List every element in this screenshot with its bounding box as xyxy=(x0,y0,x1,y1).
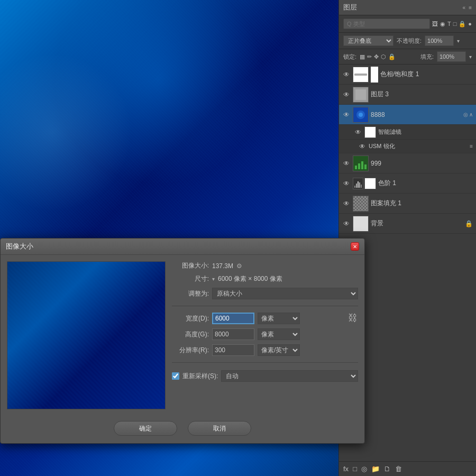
height-label: 高度(G): xyxy=(172,330,209,339)
expand-badge[interactable]: ∧ xyxy=(469,112,473,117)
panel-menu-icon[interactable]: ≡ xyxy=(469,5,472,11)
eye-icon-levels[interactable]: 👁 xyxy=(342,179,351,188)
width-unit-select[interactable]: 像素 xyxy=(258,313,300,324)
dialog-titlebar: 图像大小 ✕ xyxy=(1,239,364,255)
form-row-size: 图像大小: 137.3M ⚙ xyxy=(172,261,358,270)
width-input[interactable] xyxy=(212,313,254,324)
eye-icon-smart-filter[interactable]: 👁 xyxy=(354,128,362,136)
form-row-resize: 调整为: 原稿大小 xyxy=(172,288,358,299)
search-text-icon[interactable]: T xyxy=(447,21,451,27)
layer-item-999[interactable]: 👁 999 xyxy=(339,153,476,173)
filter-options-icon[interactable]: ≡ xyxy=(470,143,473,149)
resolution-input[interactable] xyxy=(212,344,254,356)
svg-rect-1 xyxy=(354,74,367,76)
confirm-button[interactable]: 确定 xyxy=(114,421,177,436)
eye-icon-bg[interactable]: 👁 xyxy=(342,219,351,228)
mask-button[interactable]: ◎ xyxy=(361,465,367,473)
dialog-overlay: 图像大小 ✕ 图像大小: 137.3M ⚙ 尺寸: ▾ 6000 像素 × 80… xyxy=(0,238,368,460)
lock-brush-icon[interactable]: ✏ xyxy=(367,53,372,60)
search-bar: 🖼 ◉ T □ 🔒 ● xyxy=(339,15,476,33)
dialog-title: 图像大小 xyxy=(6,242,33,251)
resolution-unit-select[interactable]: 像素/英寸 xyxy=(258,344,300,356)
filter-name-usm: USM 锐化 xyxy=(369,142,468,150)
layer-item-8888[interactable]: 👁 8888 ◎ ∧ xyxy=(339,105,476,125)
eye-icon-hue[interactable]: 👁 xyxy=(342,70,351,79)
cancel-button[interactable]: 取消 xyxy=(188,421,251,436)
size-label: 图像大小: xyxy=(172,261,209,270)
panel-footer: fx □ ◎ 📁 🗋 🗑 xyxy=(339,461,476,476)
delete-layer-button[interactable]: 🗑 xyxy=(395,465,402,473)
svg-rect-16 xyxy=(359,182,360,188)
height-input[interactable] xyxy=(212,328,254,340)
resample-checkbox[interactable] xyxy=(172,372,179,380)
resolution-label: 分辨率(R): xyxy=(172,346,209,355)
bg-lock-icon: 🔒 xyxy=(465,220,473,227)
dimension-value: 6000 像素 × 8000 像素 xyxy=(218,274,282,283)
lock-artboard-icon[interactable]: ⬡ xyxy=(381,53,386,60)
layer-name-bg: 背景 xyxy=(371,219,463,228)
dialog-footer: 确定 取消 xyxy=(1,416,364,443)
svg-rect-15 xyxy=(358,181,359,188)
search-circle-icon[interactable]: ◉ xyxy=(440,21,445,28)
layer-thumb-levels-hist xyxy=(353,178,363,189)
layer-thumb-pattern xyxy=(353,196,369,212)
height-unit-select[interactable]: 像素 xyxy=(258,328,300,340)
size-value: 137.3M xyxy=(212,262,233,270)
form-divider-2 xyxy=(172,362,358,363)
dialog-close-button[interactable]: ✕ xyxy=(351,242,359,251)
svg-rect-11 xyxy=(364,164,367,169)
dimension-dropdown-icon[interactable]: ▾ xyxy=(212,276,215,282)
form-divider xyxy=(172,306,358,306)
smart-filter-group: 👁 智能滤镜 👁 USM 锐化 ≡ xyxy=(339,125,476,153)
opacity-arrow-icon[interactable]: ▾ xyxy=(457,38,460,44)
lock-checkerboard-icon[interactable]: ▦ xyxy=(360,53,365,60)
form-row-height: 高度(G): 像素 xyxy=(172,328,347,340)
resample-label: 重新采样(S): xyxy=(182,372,218,381)
resample-row: 重新采样(S): 自动 xyxy=(172,369,358,383)
layer-thumb-bg xyxy=(353,216,369,232)
layer-item-bg[interactable]: 👁 背景 🔒 xyxy=(339,214,476,234)
eye-icon-pattern[interactable]: 👁 xyxy=(342,199,351,208)
search-input[interactable] xyxy=(343,19,430,29)
lock-label: 锁定: xyxy=(343,53,356,61)
lock-all-icon[interactable]: 🔒 xyxy=(388,53,396,60)
eye-icon-3[interactable]: 👁 xyxy=(342,90,351,99)
smart-filter-header: 👁 智能滤镜 xyxy=(339,125,476,140)
resample-method-select[interactable]: 自动 xyxy=(221,370,358,382)
eye-icon-usm[interactable]: 👁 xyxy=(358,142,367,151)
footer-icons: fx □ ◎ 📁 🗋 🗑 xyxy=(343,465,402,473)
search-shape-icon[interactable]: □ xyxy=(453,21,457,27)
fill-input[interactable] xyxy=(437,51,466,62)
layer-name-999: 999 xyxy=(371,160,473,167)
levels-icons xyxy=(353,178,376,189)
filter-item-usm[interactable]: 👁 USM 锐化 ≡ xyxy=(339,140,476,153)
new-layer-button[interactable]: 🗋 xyxy=(384,465,391,473)
image-size-dialog: 图像大小 ✕ 图像大小: 137.3M ⚙ 尺寸: ▾ 6000 像素 × 80… xyxy=(0,238,365,444)
fx-button[interactable]: fx xyxy=(343,465,349,473)
layer-name-hue: 色相/饱和度 1 xyxy=(380,70,473,79)
blend-mode-select[interactable]: 正片叠底 xyxy=(343,35,393,46)
layer-style-button[interactable]: □ xyxy=(353,465,357,473)
opacity-label: 不透明度: xyxy=(397,37,422,45)
eye-icon-999[interactable]: 👁 xyxy=(342,159,351,168)
layer-item-levels[interactable]: 👁 色阶 1 xyxy=(339,173,476,194)
group-button[interactable]: 📁 xyxy=(371,465,380,473)
layer-item-3[interactable]: 👁 图层 3 xyxy=(339,85,476,105)
form-row-resolution: 分辨率(R): 像素/英寸 xyxy=(172,344,358,356)
search-lock-icon[interactable]: 🔒 xyxy=(459,21,466,28)
blend-row: 正片叠底 不透明度: ▾ xyxy=(339,33,476,49)
link-wh-icon: ⛓ xyxy=(347,313,358,340)
lock-move-icon[interactable]: ✥ xyxy=(374,53,379,60)
layer-item-hue[interactable]: 👁 色相/饱和度 1 xyxy=(339,65,476,85)
gear-icon[interactable]: ⚙ xyxy=(236,262,242,270)
svg-rect-17 xyxy=(361,185,362,188)
opacity-input[interactable] xyxy=(425,35,454,46)
dialog-body: 图像大小: 137.3M ⚙ 尺寸: ▾ 6000 像素 × 8000 像素 调… xyxy=(1,255,364,416)
panel-collapse-icon[interactable]: « xyxy=(463,5,466,11)
resize-select[interactable]: 原稿大小 xyxy=(212,288,358,299)
search-image-icon[interactable]: 🖼 xyxy=(432,21,438,27)
fill-arrow-icon[interactable]: ▾ xyxy=(469,54,472,60)
layer-item-pattern[interactable]: 👁 图案填充 1 xyxy=(339,194,476,214)
search-dot-icon[interactable]: ● xyxy=(468,21,472,27)
eye-icon-8888[interactable]: 👁 xyxy=(342,111,351,119)
